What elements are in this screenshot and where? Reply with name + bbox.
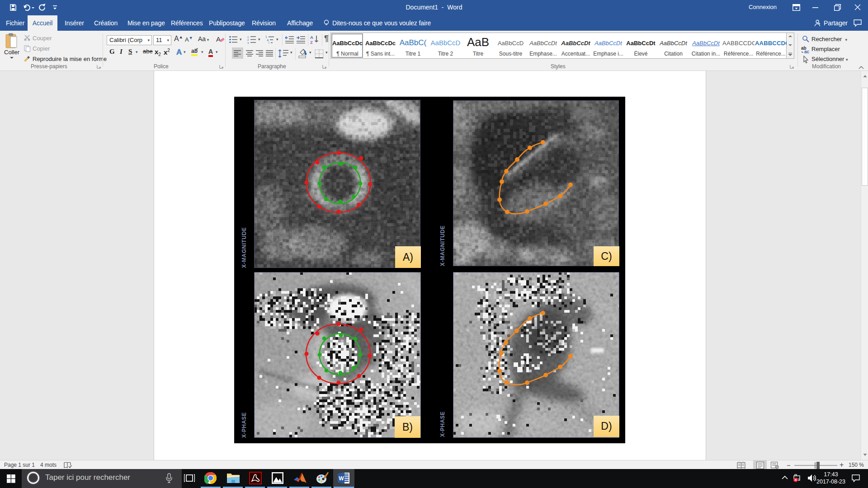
svg-text:W: W (339, 475, 344, 482)
svg-text:1: 1 (247, 36, 249, 38)
svg-text:2: 2 (247, 38, 249, 41)
svg-text:Z: Z (310, 40, 313, 44)
svg-text:3: 3 (247, 42, 249, 44)
svg-text:ac: ac (804, 49, 810, 54)
svg-text:i: i (269, 41, 269, 44)
svg-text:A: A (310, 35, 313, 40)
svg-text:A: A (216, 35, 221, 43)
